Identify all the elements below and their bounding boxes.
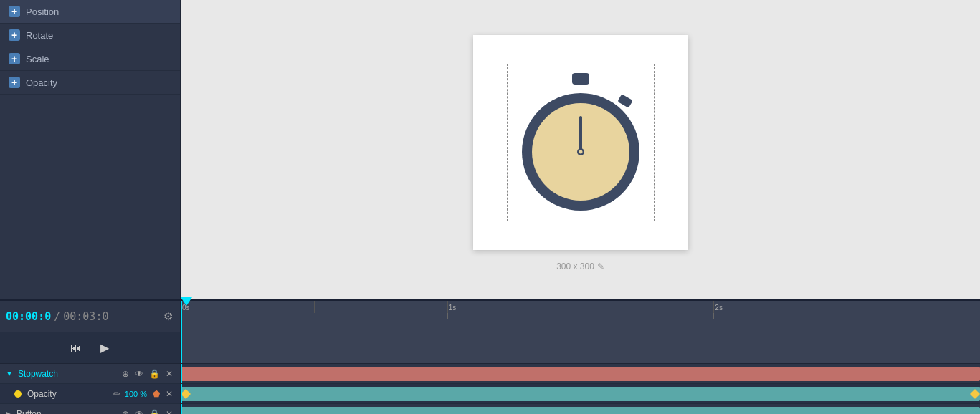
opacity-bar	[181, 387, 980, 401]
eye-icon[interactable]: 👁	[133, 368, 145, 380]
playhead-triangle	[181, 297, 192, 306]
svg-rect-4	[579, 116, 582, 150]
eye-icon-button[interactable]: 👁	[133, 408, 145, 415]
timeline: 00:00:0 / 00:03:0 ⚙ 0s 1s 2s	[0, 299, 980, 414]
add-icon: +	[9, 29, 20, 41]
opacity-value: 100 %	[125, 390, 147, 398]
total-time: 00:03:0	[63, 310, 108, 323]
sidebar-item-label: Position	[26, 6, 59, 17]
time-display: 00:00:0 / 00:03:0 ⚙	[0, 301, 181, 332]
lock-icon-button[interactable]: 🔒	[148, 408, 161, 415]
opacity-color-dot	[14, 390, 22, 398]
stopwatch-svg	[513, 69, 649, 213]
sidebar-item-opacity[interactable]: + Opacity	[0, 71, 180, 95]
ruler-1s: 1s	[449, 304, 457, 312]
button-label: Button	[16, 409, 118, 415]
svg-rect-1	[617, 94, 633, 107]
track-row-stopwatch	[181, 364, 980, 384]
canvas-dimensions: 300 x 300 ✎	[556, 261, 604, 271]
button-bar	[181, 407, 980, 414]
svg-rect-0	[572, 73, 589, 85]
add-icon: +	[9, 6, 20, 17]
lock-icon[interactable]: 🔒	[148, 368, 161, 380]
stopwatch-label: Stopwatch	[18, 369, 118, 379]
play-button[interactable]: ▶	[93, 337, 116, 360]
svg-point-6	[579, 150, 582, 154]
close-icon-button[interactable]: ✕	[164, 408, 174, 415]
left-sidebar: + Position + Rotate + Scale + Opacity	[0, 0, 181, 299]
resize-icon[interactable]: ✎	[597, 261, 604, 271]
settings-button[interactable]: ⚙	[162, 309, 174, 324]
move-icon[interactable]: ⊕	[120, 368, 130, 380]
canvas-area: 300 x 300 ✎	[181, 0, 980, 299]
track-label-stopwatch: ▼ Stopwatch ⊕ 👁 🔒 ✕	[0, 364, 180, 384]
canvas-card	[473, 35, 688, 250]
sidebar-item-label: Scale	[26, 54, 49, 64]
close-icon[interactable]: ✕	[164, 368, 174, 380]
track-content	[181, 364, 980, 414]
playhead-line-track2	[181, 384, 182, 403]
close-icon-opacity[interactable]: ✕	[164, 388, 174, 400]
chevron-down-icon[interactable]: ▼	[6, 370, 13, 377]
pencil-icon[interactable]: ✏	[112, 388, 122, 400]
move-icon-button[interactable]: ⊕	[120, 408, 130, 415]
track-row-button	[181, 404, 980, 414]
current-time: 00:00:0	[6, 310, 51, 323]
track-label-opacity: Opacity ✏ 100 % ⬟ ✕	[0, 384, 180, 404]
timeline-ruler: 0s 1s 2s	[181, 301, 980, 332]
playhead-line-track1	[181, 364, 182, 383]
rewind-button[interactable]: ⏮	[65, 337, 87, 360]
sidebar-item-label: Rotate	[26, 30, 53, 41]
stopwatch-bar	[181, 367, 980, 381]
opacity-label: Opacity	[27, 389, 109, 399]
keyframe-add-icon[interactable]: ⬟	[151, 388, 161, 400]
playhead-line-mid	[181, 332, 182, 363]
chevron-right-icon[interactable]: ▶	[6, 410, 11, 414]
time-separator: /	[54, 310, 60, 323]
timeline-mid-area	[181, 332, 980, 363]
add-icon: +	[9, 77, 20, 88]
sidebar-item-scale[interactable]: + Scale	[0, 47, 180, 71]
sidebar-item-position[interactable]: + Position	[0, 0, 180, 24]
transport-controls: ⏮ ▶	[0, 332, 181, 363]
sidebar-item-label: Opacity	[26, 77, 57, 88]
sidebar-item-rotate[interactable]: + Rotate	[0, 24, 180, 47]
playhead-line	[181, 301, 182, 332]
track-labels: ▼ Stopwatch ⊕ 👁 🔒 ✕ Opacity ✏ 100 % ⬟ ✕ …	[0, 364, 181, 414]
ruler-2s: 2s	[715, 304, 723, 312]
playhead-line-track3	[181, 404, 182, 414]
track-row-opacity	[181, 384, 980, 404]
track-label-button: ▶ Button ⊕ 👁 🔒 ✕	[0, 404, 180, 414]
dimensions-label: 300 x 300	[556, 261, 594, 271]
stopwatch-element[interactable]	[513, 69, 649, 216]
add-icon: +	[9, 53, 20, 64]
